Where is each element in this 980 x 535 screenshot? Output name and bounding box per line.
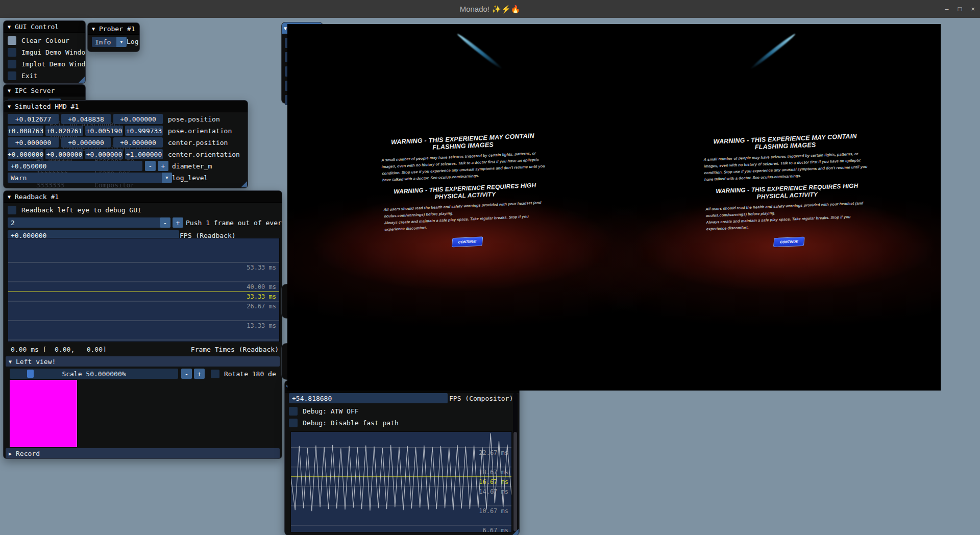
readback-titlebar[interactable]: ▼ Readback #1 bbox=[4, 191, 282, 203]
collapse-icon[interactable]: ▼ bbox=[8, 194, 11, 200]
scale-slider[interactable]: Scale 50.000000% bbox=[10, 369, 178, 379]
warning-body-activity: All users should read the health and saf… bbox=[383, 199, 549, 233]
compositor-window: ▼ +54.818680 FPS (Compositor) Debug: ATW… bbox=[284, 380, 520, 535]
drag-field[interactable]: +0.000000 bbox=[8, 149, 43, 159]
plot-title: Frame Times (Readback) bbox=[191, 346, 279, 353]
record-header[interactable]: ▶ Record bbox=[6, 448, 280, 458]
readback-window: ▼ Readback #1 Readback left eye to debug… bbox=[3, 190, 282, 459]
checkbox-imgui-demo[interactable] bbox=[8, 48, 16, 57]
drag-field[interactable]: +0.005190 bbox=[85, 126, 123, 136]
warning-body-flashing: A small number of people may have seizur… bbox=[381, 150, 547, 184]
chevron-down-icon[interactable]: ▼ bbox=[162, 173, 172, 183]
diameter-input[interactable]: +0.050000 bbox=[8, 161, 142, 171]
collapse-icon[interactable]: ▼ bbox=[8, 104, 11, 109]
svg-text:18.67 ms: 18.67 ms bbox=[479, 469, 508, 476]
row-label: diameter_m bbox=[172, 162, 212, 170]
log-button[interactable]: Log bbox=[127, 38, 138, 45]
drag-field[interactable]: +1.000000 bbox=[125, 149, 163, 159]
push-frames-input[interactable]: 2 bbox=[8, 217, 161, 228]
close-button[interactable]: × bbox=[971, 5, 975, 13]
continue-button[interactable]: CONTINUE bbox=[773, 237, 805, 247]
right-eye-warning-panel: WARNING - THIS EXPERIENCE MAY CONTAIN FL… bbox=[701, 132, 873, 250]
simulated-hmd-window: ▼ Simulated HMD #1 exit on disconnectrun… bbox=[3, 100, 248, 188]
resize-grip[interactable] bbox=[79, 77, 85, 83]
simulated-hmd-titlebar[interactable]: ▼ Simulated HMD #1 bbox=[4, 101, 248, 112]
drag-field[interactable]: +0.048838 bbox=[61, 114, 111, 124]
warning-body-activity: All users should read the health and saf… bbox=[705, 200, 871, 232]
prober-window: ▼ Prober #1 Info ▼ Log bbox=[87, 22, 140, 52]
drag-field[interactable]: +0.000000 bbox=[45, 149, 83, 159]
drag-field[interactable]: +0.012677 bbox=[8, 114, 59, 124]
svg-text:40.00 ms: 40.00 ms bbox=[247, 283, 276, 290]
prober-titlebar[interactable]: ▼ Prober #1 bbox=[88, 23, 139, 35]
os-titlebar: Monado! ✨⚡🔥 – □ × bbox=[0, 0, 980, 18]
minimize-button[interactable]: – bbox=[945, 5, 948, 13]
minus-button[interactable]: - bbox=[145, 161, 156, 171]
row-label: pose.orientation bbox=[168, 127, 232, 135]
warning-body-flashing: A small number of people may have seizur… bbox=[703, 150, 869, 183]
checkbox-readback-left-eye[interactable] bbox=[8, 206, 16, 214]
checkbox-label: Clear Colour bbox=[21, 37, 69, 44]
continue-button[interactable]: CONTINUE bbox=[452, 236, 483, 247]
row-label: pose.position bbox=[168, 115, 220, 123]
checkbox-rotate-180[interactable] bbox=[211, 370, 219, 378]
scrollbar-thumb[interactable] bbox=[513, 432, 517, 531]
record-header-label: Record bbox=[16, 450, 40, 457]
chevron-down-icon[interactable]: ▼ bbox=[116, 37, 127, 47]
scrollbar[interactable] bbox=[513, 393, 518, 532]
simulated-hmd-title: Simulated HMD #1 bbox=[15, 103, 79, 110]
drag-field[interactable]: +0.000000 bbox=[61, 137, 111, 148]
svg-text:6.67 ms: 6.67 ms bbox=[482, 527, 508, 532]
gui-control-window: ▼ GUI Control Clear Colour Imgui Demo Wi… bbox=[3, 20, 86, 84]
window-title: Monado! ✨⚡🔥 bbox=[460, 5, 521, 14]
resize-grip[interactable] bbox=[512, 529, 519, 535]
gui-control-titlebar[interactable]: ▼ GUI Control bbox=[4, 21, 85, 33]
drag-field[interactable]: +0.008763 bbox=[8, 126, 43, 136]
frame-times-readback-plot: 53.33 ms40.00 ms26.67 ms13.33 ms0.00 ms3… bbox=[8, 238, 280, 342]
slider-grab[interactable] bbox=[27, 370, 34, 378]
checkbox-label: Imgui Demo Window bbox=[21, 48, 86, 56]
checkbox-clear-colour[interactable] bbox=[8, 36, 16, 45]
svg-text:26.67 ms: 26.67 ms bbox=[247, 303, 276, 310]
plus-button[interactable]: + bbox=[173, 217, 183, 228]
svg-text:22.67 ms: 22.67 ms bbox=[479, 449, 508, 456]
prober-level-combo[interactable]: Info ▼ bbox=[92, 37, 127, 47]
drag-field[interactable]: +0.000000 bbox=[8, 137, 59, 148]
plot-range-readout: 0.00 ms [ 0.00, 0.00] bbox=[11, 346, 107, 353]
gui-control-title: GUI Control bbox=[15, 23, 59, 31]
checkbox-implot-demo[interactable] bbox=[8, 60, 16, 68]
drag-field[interactable]: +0.000000 bbox=[85, 149, 123, 159]
drag-field[interactable]: +0.020761 bbox=[45, 126, 83, 136]
ipc-server-titlebar[interactable]: ▼ IPC Server bbox=[4, 85, 85, 96]
prober-title: Prober #1 bbox=[99, 25, 135, 33]
drag-field[interactable]: +0.000000 bbox=[113, 137, 163, 148]
log-level-combo[interactable]: Warn ▼ bbox=[8, 173, 172, 183]
resize-grip[interactable] bbox=[241, 181, 247, 187]
svg-text:33.33 ms: 33.33 ms bbox=[247, 293, 276, 300]
checkbox-label: Debug: Disable fast path bbox=[303, 419, 399, 427]
minus-button[interactable]: - bbox=[181, 369, 192, 379]
plot-canvas: 53.33 ms40.00 ms26.67 ms13.33 ms0.00 ms3… bbox=[8, 238, 279, 342]
row-label: Push 1 frame out of every bbox=[186, 219, 282, 227]
row-label: center.orientation bbox=[168, 151, 240, 158]
drag-field[interactable]: +0.999733 bbox=[125, 126, 163, 136]
plus-button[interactable]: + bbox=[194, 369, 205, 379]
ipc-server-title: IPC Server bbox=[15, 87, 55, 94]
checkbox-debug-atw-off[interactable] bbox=[289, 407, 298, 416]
checkbox-debug-disable-fast-path[interactable] bbox=[289, 419, 298, 427]
left-view-header[interactable]: ▼ Left view! bbox=[6, 356, 280, 367]
collapse-icon[interactable]: ▼ bbox=[8, 24, 11, 30]
checkbox-label: Debug: ATW OFF bbox=[303, 407, 359, 415]
minus-button[interactable]: - bbox=[160, 217, 170, 228]
left-view-header-label: Left view! bbox=[16, 358, 56, 366]
expand-icon[interactable]: ▶ bbox=[9, 451, 12, 456]
collapse-icon[interactable]: ▼ bbox=[9, 359, 12, 364]
drag-field[interactable]: +0.000000 bbox=[113, 114, 163, 124]
checkbox-exit[interactable] bbox=[8, 71, 16, 80]
compositor-viewport: WARNING - THIS EXPERIENCE MAY CONTAIN FL… bbox=[287, 24, 941, 391]
plus-button[interactable]: + bbox=[158, 161, 168, 171]
fps-compositor-value: +54.818680 bbox=[289, 393, 448, 403]
maximize-button[interactable]: □ bbox=[958, 5, 962, 13]
collapse-icon[interactable]: ▼ bbox=[92, 26, 95, 32]
collapse-icon[interactable]: ▼ bbox=[8, 88, 11, 93]
